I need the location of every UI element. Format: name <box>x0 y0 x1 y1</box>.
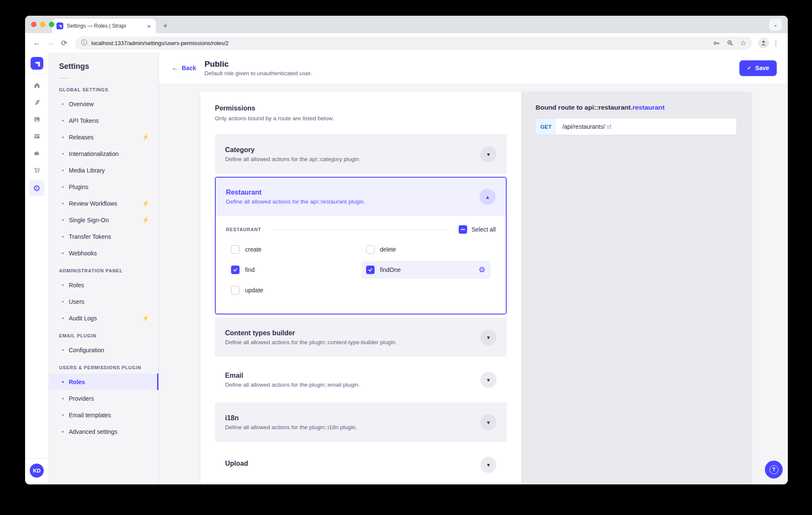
sidebar-item-overview[interactable]: Overview <box>49 96 158 112</box>
page-subtitle: Default role given to unauthenticated us… <box>204 70 312 76</box>
sidebar-item-review-workflows[interactable]: Review Workflows⚡ <box>49 195 158 212</box>
nav-home[interactable] <box>29 78 45 93</box>
sidebar-item-transfer-tokens[interactable]: Transfer Tokens <box>49 228 158 245</box>
new-tab-button[interactable]: + <box>159 20 171 32</box>
forward-button[interactable]: → <box>45 37 56 49</box>
route-path: /api/restaurants/ <box>562 123 605 130</box>
layout-icon <box>33 133 41 140</box>
sidebar-item-single-sign-on[interactable]: Single Sign-On⚡ <box>49 212 158 228</box>
collapse-button[interactable]: ▴ <box>479 189 496 205</box>
password-key-icon[interactable] <box>713 40 720 47</box>
browser-tab[interactable]: Settings — Roles | Strapi × <box>52 19 156 33</box>
nav-content-manager[interactable] <box>29 95 45 110</box>
bookmark-star-icon[interactable]: ☆ <box>740 39 746 47</box>
person-icon <box>760 40 767 46</box>
update-checkbox[interactable] <box>231 286 240 294</box>
tab-search-button[interactable]: ⌄ <box>769 19 782 31</box>
zoom-window-button[interactable] <box>49 22 54 27</box>
gear-icon: ⚙ <box>33 184 41 192</box>
url-text[interactable]: localhost:1337/admin/settings/users-perm… <box>91 40 709 46</box>
bullet-icon <box>62 153 64 155</box>
nav-media-library[interactable] <box>29 112 45 127</box>
sidebar-item-media-library[interactable]: Media Library <box>49 162 158 178</box>
back-link[interactable]: ← Back <box>172 64 196 72</box>
back-arrow-icon: ← <box>172 64 178 72</box>
lightning-icon: ⚡ <box>142 200 149 207</box>
home-icon <box>33 82 41 89</box>
minimize-window-button[interactable] <box>40 22 45 27</box>
restaurant-section-row: RESTAURANT Select all <box>226 225 496 234</box>
browser-menu-button[interactable]: ⋮ <box>771 39 781 47</box>
bullet-icon <box>62 381 64 383</box>
sidebar-item-plugins[interactable]: Plugins <box>49 178 158 195</box>
action-settings-gear-icon[interactable]: ⚙ <box>479 266 485 274</box>
accordion-restaurant-header[interactable]: Restaurant Define all allowed actions fo… <box>216 178 506 216</box>
nav-marketplace[interactable] <box>29 163 45 178</box>
tab-title: Settings — Roles | Strapi <box>67 23 143 29</box>
sidebar-item-releases[interactable]: Releases⚡ <box>49 129 158 145</box>
expand-button[interactable]: ▾ <box>480 414 496 430</box>
expand-button[interactable]: ▾ <box>480 372 496 388</box>
sidebar-item-advanced-settings[interactable]: Advanced settings <box>49 423 158 440</box>
expand-button[interactable]: ▾ <box>480 457 496 473</box>
restaurant-permissions-body: RESTAURANT Select all <box>216 216 506 314</box>
findone-checkbox[interactable] <box>366 266 375 274</box>
bullet-icon <box>62 349 64 351</box>
accordion-email-header[interactable]: Email Define all allowed actions for the… <box>215 360 507 399</box>
user-avatar[interactable]: KD <box>30 464 44 478</box>
close-window-button[interactable] <box>31 22 37 27</box>
sidebar-item-api-tokens[interactable]: API Tokens <box>49 112 158 129</box>
sidebar-item-admin-roles[interactable]: Roles <box>49 277 158 293</box>
sidebar-item-audit-logs[interactable]: Audit Logs⚡ <box>49 310 158 326</box>
strapi-logo[interactable] <box>31 57 43 70</box>
bullet-icon <box>62 252 64 254</box>
accordion-category-header[interactable]: Category Define all allowed actions for … <box>215 134 507 174</box>
sidebar-item-up-roles[interactable]: Roles <box>49 374 158 390</box>
sidebar-item-configuration[interactable]: Configuration <box>49 342 158 358</box>
find-checkbox[interactable] <box>231 266 240 274</box>
tab-close-icon[interactable]: × <box>146 23 152 29</box>
accordion-description: Define all allowed actions for the api::… <box>226 198 479 205</box>
create-checkbox[interactable] <box>231 245 240 254</box>
bound-route-panel: Bound route to api::restaurant.restauran… <box>521 92 751 484</box>
accordion-upload-header[interactable]: Upload ▾ <box>215 445 507 484</box>
sidebar-item-internationalization[interactable]: Internationalization <box>49 145 158 162</box>
expand-button[interactable]: ▾ <box>480 329 496 345</box>
permissions-column: Permissions Only actions bound by a rout… <box>200 92 521 484</box>
accordion-i18n-header[interactable]: i18n Define all allowed actions for the … <box>215 402 507 442</box>
nav-settings[interactable]: ⚙ <box>29 180 45 196</box>
select-all-checkbox[interactable] <box>459 225 467 234</box>
route-path-field[interactable]: /api/restaurants/:id <box>556 119 736 135</box>
lightning-icon: ⚡ <box>142 134 149 140</box>
expand-button[interactable]: ▾ <box>480 146 496 162</box>
sidebar-item-webhooks[interactable]: Webhooks <box>49 245 158 261</box>
title-block: Public Default role given to unauthentic… <box>204 59 312 76</box>
site-info-icon[interactable]: ⓘ <box>81 39 87 47</box>
save-button[interactable]: ✓ Save <box>739 60 777 76</box>
sidebar-item-email-templates[interactable]: Email templates <box>49 407 158 423</box>
sidebar-item-providers[interactable]: Providers <box>49 390 158 407</box>
delete-checkbox[interactable] <box>366 245 375 254</box>
browser-profile-avatar[interactable] <box>758 37 769 48</box>
accordion-ctb-header[interactable]: Content types builder Define all allowed… <box>215 317 507 357</box>
accordion-content-types-builder: Content types builder Define all allowed… <box>215 317 507 357</box>
back-button[interactable]: ← <box>31 37 43 49</box>
rail-icons: ⚙ <box>29 74 45 196</box>
accordion-description: Define all allowed actions for the plugi… <box>225 339 480 345</box>
select-all-control[interactable]: Select all <box>459 225 496 234</box>
zoom-icon[interactable] <box>727 40 734 47</box>
bullet-icon <box>62 103 64 105</box>
feather-icon <box>33 99 41 106</box>
nav-deploy-cloud[interactable] <box>29 146 45 161</box>
nav-content-type-builder[interactable] <box>29 129 45 144</box>
action-findone[interactable]: findOne ⚙ <box>361 261 491 279</box>
sidebar-item-users[interactable]: Users <box>49 293 158 310</box>
help-button[interactable]: ? <box>765 461 783 478</box>
strapi-admin-app: ⚙ KD Settings GLOBAL SETTINGS Overview A… <box>25 53 788 484</box>
browser-toolbar: ← → ⟳ ⓘ localhost:1337/admin/settings/us… <box>25 33 788 53</box>
bullet-icon <box>62 170 64 171</box>
address-bar[interactable]: ⓘ localhost:1337/admin/settings/users-pe… <box>75 37 752 50</box>
reload-button[interactable]: ⟳ <box>58 37 70 49</box>
action-delete: delete <box>361 241 496 258</box>
section-global-settings: GLOBAL SETTINGS <box>49 80 158 96</box>
